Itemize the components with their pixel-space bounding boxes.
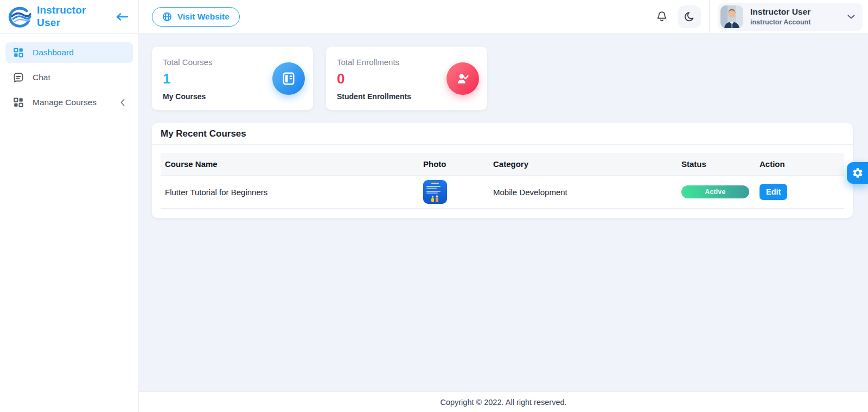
sidebar-item-dashboard[interactable]: Dashboard — [5, 42, 133, 63]
journal-panel-icon — [272, 62, 305, 95]
sidebar-item-chat[interactable]: Chat — [5, 67, 133, 88]
stat-subtitle: My Courses — [163, 92, 302, 101]
table-row: Flutter Tutorial for Beginners — [161, 176, 844, 209]
sidebar-item-manage-courses[interactable]: Manage Courses — [5, 92, 133, 113]
copyright-text: Copyright © 2022. All right reserved. — [440, 398, 566, 407]
course-name-cell: Flutter Tutorial for Beginners — [161, 176, 419, 209]
chevron-left-icon — [120, 99, 125, 106]
sidebar-item-label: Dashboard — [33, 48, 74, 57]
course-action-cell: Edit — [755, 176, 844, 209]
person-check-icon — [446, 62, 479, 95]
avatar — [720, 5, 743, 28]
recent-courses-table-wrap: Course Name Photo Category Status Action… — [152, 145, 853, 209]
user-role: instructor Account — [750, 18, 810, 26]
sidebar-header: Instructor User — [0, 0, 138, 34]
moon-icon — [684, 11, 695, 22]
column-header-status: Status — [677, 153, 755, 176]
arrow-left-icon — [116, 13, 129, 21]
grid-icon — [14, 98, 23, 107]
globe-icon — [162, 12, 172, 22]
column-header-action: Action — [755, 153, 844, 176]
stat-card-total-enrollments: Total Enrollments 0 Student Enrollments — [326, 47, 487, 110]
recent-courses-title: My Recent Courses — [152, 123, 853, 145]
main-content: Total Courses 1 My Courses Total Enrollm… — [139, 34, 868, 391]
chevron-down-icon — [847, 15, 855, 19]
sidebar: Instructor User — [0, 0, 139, 412]
user-name: Instructor User — [750, 7, 810, 17]
recent-courses-table: Course Name Photo Category Status Action… — [161, 153, 844, 209]
app-root: Instructor User — [0, 0, 868, 412]
column-header-course-name: Course Name — [161, 153, 419, 176]
column-header-photo: Photo — [419, 153, 489, 176]
course-category-cell: Mobile Development — [489, 176, 677, 209]
topbar-right: Instructor User instructor Account — [653, 0, 863, 33]
brand-logo-icon — [5, 4, 33, 30]
visit-website-button[interactable]: Visit Website — [152, 7, 240, 27]
gear-icon — [852, 167, 864, 179]
topbar: Visit Website — [139, 0, 868, 34]
sidebar-collapse-button[interactable] — [113, 11, 131, 23]
notifications-button[interactable] — [653, 8, 671, 26]
profile-section: Instructor User instructor Account — [709, 0, 863, 33]
sidebar-nav: Dashboard Chat — [0, 34, 138, 121]
course-photo-cell — [419, 176, 489, 209]
user-meta: Instructor User instructor Account — [750, 7, 810, 26]
footer: Copyright © 2022. All right reserved. — [139, 391, 868, 412]
grid-icon — [14, 48, 23, 57]
stat-subtitle: Student Enrollments — [337, 92, 476, 101]
brand-title: Instructor User — [37, 4, 109, 29]
visit-website-label: Visit Website — [177, 12, 229, 22]
course-thumbnail — [423, 180, 447, 204]
status-badge: Active — [681, 185, 749, 198]
chat-icon — [14, 73, 23, 82]
table-header-row: Course Name Photo Category Status Action — [161, 153, 844, 176]
settings-fab-button[interactable] — [847, 162, 868, 184]
bell-icon — [656, 11, 667, 23]
course-status-cell: Active — [677, 176, 755, 209]
profile-menu-button[interactable]: Instructor User instructor Account — [718, 3, 863, 31]
column-header-category: Category — [489, 153, 677, 176]
sidebar-item-label: Manage Courses — [33, 98, 97, 107]
dark-mode-toggle-button[interactable] — [678, 5, 701, 28]
recent-courses-card: My Recent Courses Course Name Photo Cate… — [152, 123, 853, 218]
sidebar-item-label: Chat — [33, 73, 50, 82]
stat-card-total-courses: Total Courses 1 My Courses — [152, 47, 313, 110]
stats-row: Total Courses 1 My Courses Total Enrollm… — [152, 47, 855, 110]
edit-button[interactable]: Edit — [760, 184, 787, 200]
